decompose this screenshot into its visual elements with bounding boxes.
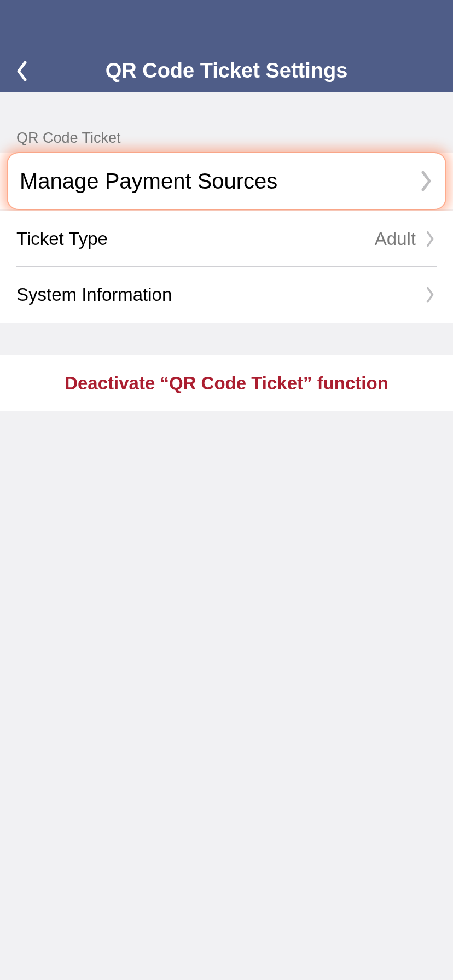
highlighted-row-container: Manage Payment Sources bbox=[0, 153, 453, 209]
manage-payment-sources-row[interactable]: Manage Payment Sources bbox=[8, 153, 445, 209]
ticket-type-row[interactable]: Ticket Type Adult bbox=[0, 211, 453, 267]
ticket-type-label: Ticket Type bbox=[16, 229, 375, 249]
chevron-right-icon bbox=[419, 170, 433, 192]
deactivate-label: Deactivate “QR Code Ticket” function bbox=[65, 373, 388, 394]
chevron-right-icon bbox=[425, 229, 437, 249]
header-bar: QR Code Ticket Settings bbox=[0, 0, 453, 92]
chevron-right-icon bbox=[425, 285, 437, 305]
page-title: QR Code Ticket Settings bbox=[0, 59, 453, 83]
system-information-label: System Information bbox=[16, 284, 425, 305]
manage-payment-sources-card: Manage Payment Sources bbox=[8, 153, 445, 209]
system-information-row[interactable]: System Information bbox=[0, 267, 453, 323]
ticket-type-value: Adult bbox=[375, 229, 416, 249]
section-header: QR Code Ticket bbox=[0, 92, 453, 153]
settings-list: Ticket Type Adult System Information bbox=[0, 211, 453, 323]
deactivate-button[interactable]: Deactivate “QR Code Ticket” function bbox=[0, 355, 453, 411]
manage-payment-sources-label: Manage Payment Sources bbox=[20, 169, 419, 194]
section-gap bbox=[0, 323, 453, 355]
